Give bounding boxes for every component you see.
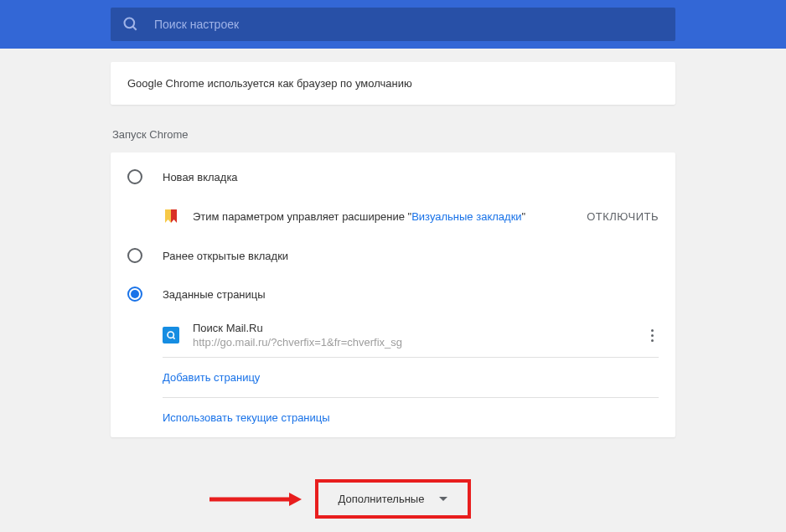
- ext-suffix: ": [522, 210, 526, 223]
- radio-new-tab[interactable]: Новая вкладка: [111, 158, 675, 196]
- svg-marker-5: [289, 493, 302, 506]
- advanced-expand-button[interactable]: Дополнительные: [315, 479, 472, 519]
- mailru-search-icon: [163, 327, 179, 343]
- search-input[interactable]: [154, 18, 664, 31]
- more-options-button[interactable]: [646, 324, 659, 347]
- content-area: Google Chrome используется как браузер п…: [0, 62, 786, 519]
- startup-page-row: Поиск Mail.Ru http://go.mail.ru/?chverfi…: [111, 313, 675, 357]
- radio-label: Ранее открытые вкладки: [163, 250, 288, 262]
- radio-label: Заданные страницы: [163, 288, 266, 301]
- page-url: http://go.mail.ru/?chverfix=1&fr=chverfi…: [193, 336, 646, 349]
- annotation-arrow-icon: [209, 491, 302, 508]
- extension-notice-text: Этим параметром управляет расширение "Ви…: [193, 210, 587, 223]
- header-bar: [0, 0, 786, 49]
- svg-point-2: [168, 332, 173, 338]
- radio-continue[interactable]: Ранее открытые вкладки: [111, 236, 675, 275]
- use-current-pages-link[interactable]: Использовать текущие страницы: [111, 398, 675, 437]
- svg-line-1: [133, 27, 137, 30]
- chevron-down-icon: [439, 497, 447, 501]
- svg-point-0: [125, 18, 135, 28]
- startup-section-title: Запуск Chrome: [111, 128, 675, 141]
- default-browser-text: Google Chrome используется как браузер п…: [127, 77, 412, 90]
- extension-link[interactable]: Визуальные закладки: [411, 210, 521, 223]
- extension-notice-row: Этим параметром управляет расширение "Ви…: [111, 196, 675, 236]
- svg-line-3: [173, 337, 174, 338]
- disable-extension-button[interactable]: ОТКЛЮЧИТЬ: [587, 210, 659, 223]
- default-browser-card: Google Chrome используется как браузер п…: [111, 62, 675, 105]
- page-name: Поиск Mail.Ru: [193, 322, 646, 334]
- page-info: Поиск Mail.Ru http://go.mail.ru/?chverfi…: [193, 322, 646, 349]
- search-bar[interactable]: [111, 8, 675, 41]
- radio-specific[interactable]: Заданные страницы: [111, 275, 675, 313]
- expand-section: Дополнительные: [111, 479, 675, 519]
- radio-icon: [127, 169, 142, 184]
- expand-label: Дополнительные: [339, 493, 425, 505]
- radio-icon: [127, 248, 142, 263]
- add-page-link[interactable]: Добавить страницу: [111, 358, 675, 397]
- bookmark-extension-icon: [163, 208, 179, 225]
- search-icon: [122, 16, 139, 33]
- startup-card: Новая вкладка Этим параметром управляет …: [111, 152, 675, 437]
- ext-prefix: Этим параметром управляет расширение ": [193, 210, 411, 223]
- radio-icon: [127, 287, 142, 302]
- radio-label: Новая вкладка: [163, 171, 238, 183]
